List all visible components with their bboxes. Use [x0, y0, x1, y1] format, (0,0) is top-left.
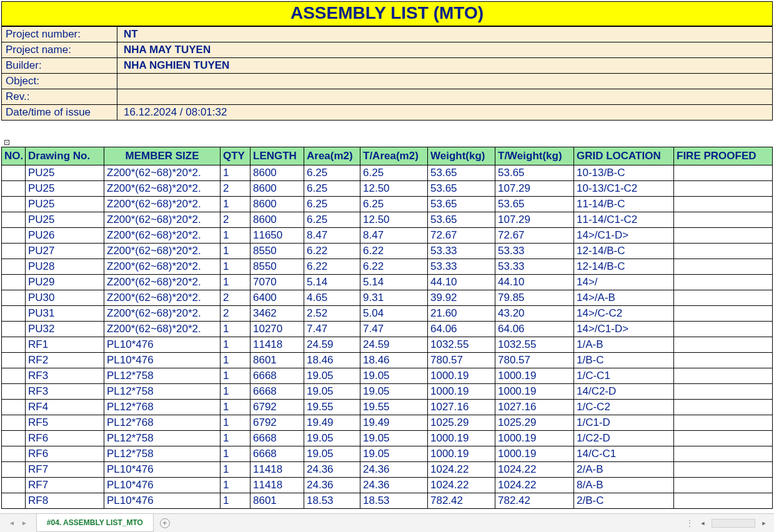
- cell-tweight: 79.85: [495, 290, 574, 306]
- cell-grid: 1/B-C: [574, 353, 674, 368]
- cell-drawing: RF7: [26, 462, 104, 478]
- outline-collapse-icon[interactable]: ⊡: [0, 138, 774, 147]
- col-header-member: MEMBER SIZE: [104, 147, 221, 165]
- info-row-project-number: Project number: NT: [2, 27, 773, 42]
- cell-fire: [674, 400, 773, 415]
- table-row: PU25Z200*(62~68)*20*2.186006.256.2553.65…: [2, 197, 773, 212]
- cell-drawing: PU28: [26, 259, 104, 275]
- scroll-right-icon[interactable]: ►: [759, 518, 769, 528]
- plus-icon: +: [160, 518, 170, 528]
- cell-drawing: RF4: [26, 400, 104, 415]
- cell-weight: 1025.29: [428, 415, 495, 431]
- cell-length: 6668: [251, 446, 304, 462]
- cell-no: [2, 368, 26, 384]
- chevron-right-icon[interactable]: ►: [21, 520, 27, 526]
- cell-no: [2, 337, 26, 353]
- cell-length: 8600: [251, 165, 304, 181]
- cell-member: Z200*(62~68)*20*2.: [104, 228, 221, 244]
- sheet-tab-active[interactable]: #04. ASSEMBLY LIST_MTO: [36, 514, 154, 532]
- cell-no: [2, 384, 26, 400]
- cell-length: 8600: [251, 181, 304, 197]
- cell-tarea: 19.05: [360, 431, 428, 446]
- cell-weight: 53.65: [428, 212, 495, 228]
- cell-weight: 44.10: [428, 275, 495, 290]
- cell-no: [2, 181, 26, 197]
- cell-qty: 1: [221, 228, 251, 244]
- cell-qty: 1: [221, 462, 251, 478]
- cell-weight: 782.42: [428, 493, 495, 509]
- cell-qty: 1: [221, 353, 251, 368]
- cell-area: 19.05: [304, 431, 360, 446]
- cell-member: Z200*(62~68)*20*2.: [104, 212, 221, 228]
- cell-area: 4.65: [304, 290, 360, 306]
- cell-qty: 1: [221, 384, 251, 400]
- cell-tweight: 1025.29: [495, 415, 574, 431]
- cell-no: [2, 446, 26, 462]
- cell-tweight: 1024.22: [495, 462, 574, 478]
- cell-no: [2, 478, 26, 493]
- cell-member: PL10*476: [104, 462, 221, 478]
- cell-tarea: 6.22: [360, 244, 428, 259]
- cell-tarea: 19.05: [360, 384, 428, 400]
- cell-no: [2, 462, 26, 478]
- cell-tarea: 24.59: [360, 337, 428, 353]
- sheet-tab-bar: ◄ ► #04. ASSEMBLY LIST_MTO + ⋮ ◄ ►: [0, 513, 774, 532]
- cell-tarea: 18.53: [360, 493, 428, 509]
- cell-area: 6.25: [304, 181, 360, 197]
- table-row: RF3PL12*7581666819.0519.051000.191000.19…: [2, 384, 773, 400]
- tab-nav-arrows[interactable]: ◄ ►: [0, 514, 36, 532]
- cell-weight: 1000.19: [428, 431, 495, 446]
- table-row: RF8PL10*4761860118.5318.53782.42782.422/…: [2, 493, 773, 509]
- cell-length: 11418: [251, 478, 304, 493]
- cell-area: 19.05: [304, 446, 360, 462]
- cell-tweight: 1024.22: [495, 478, 574, 493]
- cell-length: 8550: [251, 244, 304, 259]
- cell-tarea: 5.14: [360, 275, 428, 290]
- cell-weight: 780.57: [428, 353, 495, 368]
- cell-qty: 2: [221, 306, 251, 322]
- cell-area: 6.25: [304, 212, 360, 228]
- table-header-row: NO. Drawing No. MEMBER SIZE QTY LENGTH A…: [2, 147, 773, 165]
- add-sheet-button[interactable]: +: [154, 514, 176, 532]
- worksheet-area: ASSEMBLY LIST (MTO) Project number: NT P…: [0, 0, 774, 513]
- split-handle-icon[interactable]: ⋮: [686, 519, 694, 528]
- cell-area: 18.46: [304, 353, 360, 368]
- cell-qty: 1: [221, 368, 251, 384]
- cell-no: [2, 290, 26, 306]
- table-row: PU26Z200*(62~68)*20*2.1116508.478.4772.6…: [2, 228, 773, 244]
- scroll-left-icon[interactable]: ◄: [698, 518, 708, 528]
- cell-grid: 14>/C1-D>: [574, 322, 674, 337]
- scrollbar-track[interactable]: [712, 519, 755, 528]
- cell-area: 8.47: [304, 228, 360, 244]
- cell-member: Z200*(62~68)*20*2.: [104, 322, 221, 337]
- cell-grid: 14>/A-B: [574, 290, 674, 306]
- cell-tweight: 53.33: [495, 259, 574, 275]
- cell-drawing: RF1: [26, 337, 104, 353]
- cell-drawing: RF5: [26, 415, 104, 431]
- table-row: PU31Z200*(62~68)*20*2.234622.525.0421.60…: [2, 306, 773, 322]
- cell-grid: 12-14/B-C: [574, 244, 674, 259]
- cell-qty: 1: [221, 244, 251, 259]
- cell-fire: [674, 415, 773, 431]
- cell-member: PL12*758: [104, 384, 221, 400]
- cell-tweight: 780.57: [495, 353, 574, 368]
- cell-no: [2, 493, 26, 509]
- cell-fire: [674, 384, 773, 400]
- cell-length: 11418: [251, 462, 304, 478]
- chevron-left-icon[interactable]: ◄: [9, 520, 15, 526]
- col-header-area: Area(m2): [304, 147, 360, 165]
- cell-fire: [674, 212, 773, 228]
- cell-tarea: 9.31: [360, 290, 428, 306]
- cell-grid: 1/C2-D: [574, 431, 674, 446]
- cell-weight: 53.33: [428, 259, 495, 275]
- cell-tarea: 7.47: [360, 322, 428, 337]
- cell-no: [2, 322, 26, 337]
- cell-weight: 39.92: [428, 290, 495, 306]
- cell-tweight: 53.33: [495, 244, 574, 259]
- cell-fire: [674, 197, 773, 212]
- cell-weight: 1000.19: [428, 368, 495, 384]
- cell-grid: 11-14/C1-C2: [574, 212, 674, 228]
- info-row-object: Object:: [2, 74, 773, 89]
- cell-fire: [674, 275, 773, 290]
- horizontal-scroll-region: ⋮ ◄ ►: [681, 514, 774, 532]
